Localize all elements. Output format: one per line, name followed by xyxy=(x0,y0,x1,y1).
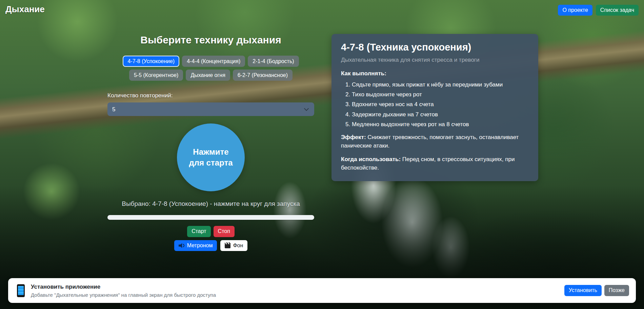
background-sound-button[interactable]: Фон xyxy=(220,240,247,251)
step-item: Тихо выдохните через рот xyxy=(352,91,529,98)
stop-button[interactable]: Стоп xyxy=(214,226,235,237)
page-title: Выберите технику дыхания xyxy=(107,34,314,46)
status-text: Выбрано: 4-7-8 (Успокоение) - нажмите на… xyxy=(107,200,314,208)
technique-info-panel: 4-7-8 (Техника успокоения) Дыхательная т… xyxy=(331,34,538,181)
phone-icon xyxy=(17,284,25,297)
start-button[interactable]: Старт xyxy=(187,226,210,237)
about-button[interactable]: О проекте xyxy=(558,5,592,16)
technique-button-fire[interactable]: Дыхание огня xyxy=(186,70,230,81)
circle-text-line2: для старта xyxy=(189,157,233,168)
install-title: Установить приложение xyxy=(31,284,558,290)
app-title: Дыхание xyxy=(5,4,45,15)
info-subtitle: Дыхательная техника для снятия стресса и… xyxy=(341,57,529,63)
clapperboard-icon xyxy=(225,244,230,248)
install-buttons: Установить Позже xyxy=(564,285,629,296)
when-label: Когда использовать: xyxy=(341,156,401,162)
background-label: Фон xyxy=(233,243,243,249)
speaker-icon xyxy=(179,243,185,248)
repetitions-select-wrap: 5 xyxy=(107,102,314,116)
instruction-steps: Сядьте прямо, язык прижат к нёбу за пере… xyxy=(341,81,529,128)
technique-button-55[interactable]: 5-5 (Когерентное) xyxy=(129,70,183,81)
metronome-button[interactable]: Метроном xyxy=(174,240,217,251)
how-to-label: Как выполнять: xyxy=(341,70,529,77)
step-item: Сядьте прямо, язык прижат к нёбу за пере… xyxy=(352,81,529,88)
technique-row-1: 4-7-8 (Успокоение) 4-4-4 (Концентрация) … xyxy=(107,56,314,67)
effect-paragraph: Эффект: Снижает тревожность, помогает за… xyxy=(341,133,529,150)
effect-text: Снижает тревожность, помогает заснуть, о… xyxy=(341,134,519,149)
header: Дыхание О проекте Список задач xyxy=(0,0,644,20)
forest-stream-background xyxy=(0,0,644,309)
header-buttons: О проекте Список задач xyxy=(558,5,639,16)
technique-button-444[interactable]: 4-4-4 (Концентрация) xyxy=(182,56,245,67)
circle-text-line1: Нажмите xyxy=(193,147,228,157)
technique-row-2: 5-5 (Когерентное) Дыхание огня 6-2-7 (Ре… xyxy=(107,70,314,81)
install-app-banner: Установить приложение Добавьте "Дыхатель… xyxy=(8,278,636,303)
later-button[interactable]: Позже xyxy=(604,285,629,296)
step-item: Вдохните через нос на 4 счета xyxy=(352,101,529,108)
technique-button-627[interactable]: 6-2-7 (Резонансное) xyxy=(233,70,293,81)
progress-bar xyxy=(107,215,314,220)
step-item: Задержите дыхание на 7 счетов xyxy=(352,111,529,118)
metronome-label: Метроном xyxy=(187,243,213,249)
task-list-button[interactable]: Список задач xyxy=(596,5,639,16)
technique-selector-column: Выберите технику дыхания 4-7-8 (Успокоен… xyxy=(107,34,314,251)
repetitions-select[interactable]: 5 xyxy=(107,102,314,116)
step-item: Медленно выдохните через рот на 8 счетов xyxy=(352,121,529,128)
install-button[interactable]: Установить xyxy=(564,285,602,296)
repetitions-label: Количество повторений: xyxy=(107,92,314,99)
technique-button-214[interactable]: 2-1-4 (Бодрость) xyxy=(248,56,299,67)
when-paragraph: Когда использовать: Перед сном, в стресс… xyxy=(341,155,529,172)
info-title: 4-7-8 (Техника успокоения) xyxy=(341,41,529,53)
install-subtitle: Добавьте "Дыхательные упражнения" на гла… xyxy=(31,292,558,298)
audio-controls-row: Метроном Фон xyxy=(107,240,314,251)
start-stop-row: Старт Стоп xyxy=(107,226,314,237)
breathing-circle-button[interactable]: Нажмите для старта xyxy=(177,123,245,191)
technique-button-478[interactable]: 4-7-8 (Успокоение) xyxy=(123,56,179,67)
install-text-block: Установить приложение Добавьте "Дыхатель… xyxy=(31,284,558,298)
effect-label: Эффект: xyxy=(341,134,366,140)
